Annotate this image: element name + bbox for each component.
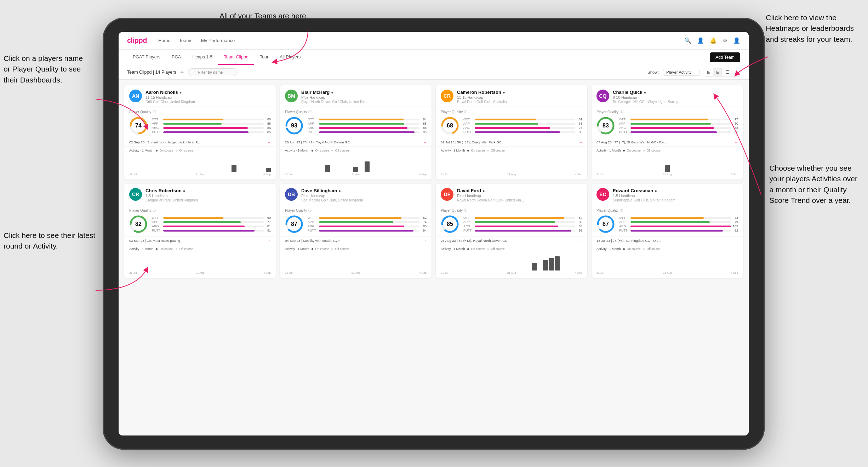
on-course-legend: On course: [315, 149, 329, 152]
quality-label[interactable]: Player Quality ⓘ: [441, 110, 582, 114]
chart-bar-empty: [376, 171, 381, 172]
show-select[interactable]: Player Activity: [663, 69, 699, 76]
quality-label[interactable]: Player Quality ⓘ: [596, 110, 738, 114]
filter-input[interactable]: [188, 68, 238, 76]
filter-btn[interactable]: ↕: [732, 68, 740, 76]
bar-value-app: 85: [421, 122, 427, 125]
chart-dates: 31 Jul 21 Aug 4 Sep: [441, 173, 582, 176]
info-icon: ⓘ: [620, 208, 623, 213]
quality-circle[interactable]: 82: [129, 215, 148, 233]
off-course-dot: [331, 248, 333, 250]
player-name[interactable]: Cameron Robertson: [457, 90, 501, 95]
quality-circle[interactable]: 87: [285, 215, 303, 233]
app-logo[interactable]: clippd: [127, 36, 147, 45]
chart-bar-empty: [441, 270, 446, 270]
tab-all-players[interactable]: All Players: [274, 50, 306, 65]
player-name[interactable]: Edward Crossman: [613, 188, 653, 193]
tab-team-clippd[interactable]: Team Clippd: [218, 50, 254, 65]
quality-circle[interactable]: 93: [285, 116, 303, 135]
chart-bar-empty: [175, 171, 180, 172]
bar-label-ott: OTT: [619, 118, 629, 121]
bell-icon[interactable]: 🔔: [710, 37, 717, 44]
chart-bar-empty: [486, 171, 491, 172]
off-course-legend: Off course: [179, 149, 193, 152]
quality-circle[interactable]: 83: [596, 116, 615, 135]
quality-circle[interactable]: 74: [129, 116, 148, 135]
bar-fill-arg: [163, 226, 245, 227]
chart-bar-empty: [181, 270, 185, 270]
chart-bar-empty: [382, 270, 387, 270]
quality-label[interactable]: Player Quality ⓘ: [129, 110, 271, 114]
latest-activity[interactable]: 26 Aug 23 | 84 (+12), Royal North Devon …: [436, 236, 587, 245]
player-card: CQ Charlie Quick ● 6-10 Handicap St. Geo…: [592, 85, 743, 180]
latest-activity[interactable]: 18 Jul 23 | 74 (+4), Sunningdale GC - Ol…: [592, 236, 743, 245]
add-team-button[interactable]: Add Team: [710, 52, 740, 62]
latest-activity[interactable]: 02 Jul 23 | 59 (+17), Craigmillar Park G…: [436, 138, 587, 146]
activity-title: Activity · 1 Month: [129, 247, 154, 251]
annotation-heatmaps: Click here to view theHeatmaps or leader…: [766, 12, 854, 45]
bar-value-putt: 85: [577, 130, 582, 134]
list-view-btn[interactable]: ☰: [723, 68, 732, 76]
edit-icon[interactable]: ✏: [181, 70, 184, 75]
player-name[interactable]: Aaron Nicholls: [145, 90, 178, 95]
tab-tour[interactable]: Tour: [254, 50, 274, 65]
quality-label[interactable]: Player Quality ⓘ: [285, 208, 427, 213]
tab-pgat-players[interactable]: PGAT Players: [127, 50, 166, 65]
user-icon[interactable]: 👤: [697, 37, 704, 44]
chart-bar: [353, 167, 358, 172]
verified-icon: ●: [503, 90, 505, 95]
quality-circle[interactable]: 87: [596, 215, 615, 233]
quality-label[interactable]: Player Quality ⓘ: [596, 208, 738, 213]
bar-fill-arg: [163, 127, 248, 129]
quality-label[interactable]: Player Quality ⓘ: [129, 208, 271, 213]
card-view-btn[interactable]: ⊟: [713, 68, 723, 76]
tab-hcaps[interactable]: Hcaps 1-5: [187, 50, 218, 65]
bar-fill-ott: [630, 217, 704, 219]
chart-bar-empty: [452, 270, 457, 270]
player-name[interactable]: Charlie Quick: [613, 90, 643, 95]
player-name[interactable]: Dave Billingham: [301, 188, 337, 193]
bar-fill-putt: [630, 230, 723, 232]
player-info: David Ford ● Plus Handicap Royal North D…: [457, 188, 582, 202]
grid-view-btn[interactable]: ⊞: [704, 68, 713, 76]
avatar: CQ: [596, 90, 609, 102]
chart-bar-empty: [577, 171, 582, 172]
nav-home[interactable]: Home: [158, 36, 171, 45]
latest-activity[interactable]: 07 Aug 23 | 77 (+7), St George's Hill GC…: [592, 138, 743, 146]
ipad-screen: clippd Home Teams My Performance 🔍 👤 🔔 ⚙…: [119, 32, 749, 435]
settings-icon[interactable]: ⚙: [723, 37, 727, 44]
tab-pga[interactable]: PGA: [166, 50, 187, 65]
latest-activity[interactable]: 02 Sep 23 | Sunset round to get back int…: [124, 138, 276, 146]
nav-my-performance[interactable]: My Performance: [201, 36, 235, 45]
quality-label[interactable]: Player Quality ⓘ: [285, 110, 427, 114]
quality-number: 74: [135, 123, 142, 129]
latest-activity[interactable]: 26 Aug 23 | 73 (+1), Royal North Devon G…: [280, 138, 432, 146]
chart-bar-empty: [481, 270, 486, 270]
bar-track-ott: [630, 217, 731, 219]
chart-area: [285, 253, 427, 270]
chart-bar-empty: [520, 270, 525, 270]
player-name[interactable]: Chris Robertson: [145, 188, 182, 193]
nav-teams[interactable]: Teams: [179, 36, 193, 45]
chart-bar-empty: [135, 171, 140, 172]
quality-label[interactable]: Player Quality ⓘ: [441, 208, 582, 213]
avatar-icon[interactable]: 👤: [733, 37, 740, 44]
chart-bar-empty: [422, 270, 427, 270]
quality-circle[interactable]: 68: [441, 116, 459, 135]
latest-activity[interactable]: 04 Sep 23 | Mobility with coach, Gym →: [280, 236, 432, 245]
activity-title: Activity · 1 Month: [596, 149, 621, 152]
chart-bar-empty: [458, 270, 463, 270]
player-name[interactable]: David Ford: [457, 188, 481, 193]
chart-bar-empty: [733, 270, 738, 270]
chart-bar-empty: [260, 171, 265, 172]
bar-row-app: APP 80: [619, 122, 738, 125]
search-icon[interactable]: 🔍: [684, 37, 691, 44]
bar-label-app: APP: [308, 122, 318, 125]
sub-tabs: PGAT Players PGA Hcaps 1-5 Team Clippd T…: [119, 50, 749, 65]
chart-bar: [365, 161, 370, 172]
player-name[interactable]: Blair McHarg: [301, 90, 330, 95]
latest-activity[interactable]: 03 Mar 23 | 19, Must make putting →: [124, 236, 276, 245]
off-course-dot: [487, 150, 489, 152]
chart-area: [596, 154, 738, 172]
quality-circle[interactable]: 85: [441, 215, 459, 233]
